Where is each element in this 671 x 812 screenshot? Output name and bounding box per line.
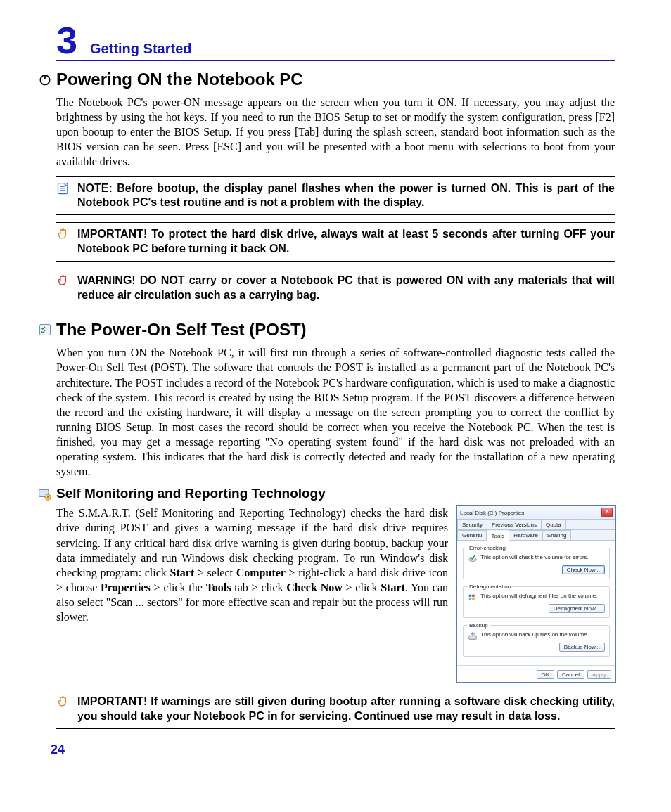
body-powering-on: The Notebook PC's power-ON message appea… <box>56 95 615 169</box>
close-icon[interactable]: ✕ <box>601 508 613 517</box>
tab-sharing[interactable]: Sharing <box>542 530 572 540</box>
hand-stop-icon <box>56 695 70 711</box>
important-callout-1: IMPORTANT! To protect the hard disk driv… <box>56 222 615 262</box>
warning-text: WARNING! DO NOT carry or cover a Noteboo… <box>77 273 615 303</box>
power-icon <box>38 71 52 91</box>
warning-hand-icon <box>56 273 70 290</box>
defragment-now-button[interactable]: Defragment Now... <box>549 604 605 613</box>
gear-monitor-icon <box>38 487 52 505</box>
chapter-header: 3 Getting Started <box>56 21 615 61</box>
svg-rect-14 <box>472 598 475 600</box>
dialog-tabs-row-2: General Tools Hardware Sharing <box>457 530 615 541</box>
important-text-1: IMPORTANT! To protect the hard disk driv… <box>77 227 615 257</box>
important-text-2: IMPORTANT! If warnings are still given d… <box>77 695 615 724</box>
body-smart: The S.M.A.R.T. (Self Monitoring and Repo… <box>56 505 448 624</box>
tab-tools[interactable]: Tools <box>486 531 509 541</box>
checklist-icon <box>38 321 52 341</box>
heading-text: Self Monitoring and Reporting Technology <box>56 486 326 501</box>
note-callout: NOTE: Before bootup, the display panel f… <box>56 176 615 216</box>
tab-previous-versions[interactable]: Previous Versions <box>487 520 542 529</box>
heading-smart: Self Monitoring and Reporting Technology <box>56 486 615 501</box>
disk-properties-dialog: Local Disk (C:) Properties ✕ Security Pr… <box>456 505 616 683</box>
tab-security[interactable]: Security <box>457 520 487 529</box>
disk-check-icon <box>468 554 478 564</box>
tab-quota[interactable]: Quota <box>541 520 566 529</box>
check-now-button[interactable]: Check Now... <box>562 565 605 574</box>
note-icon <box>56 181 70 198</box>
page-number: 24 <box>51 742 65 757</box>
note-text: NOTE: Before bootup, the display panel f… <box>77 181 615 211</box>
backup-icon <box>468 631 478 641</box>
group-defragmentation: Defragmentation This option will defragm… <box>463 584 610 618</box>
heading-text: The Power-On Self Test (POST) <box>56 320 307 339</box>
hand-stop-icon <box>56 227 70 244</box>
heading-post: The Power-On Self Test (POST) <box>56 320 615 340</box>
backup-now-button[interactable]: Backup Now... <box>559 643 605 652</box>
svg-rect-11 <box>469 595 472 598</box>
defrag-icon <box>468 593 478 602</box>
warning-callout: WARNING! DO NOT carry or cover a Noteboo… <box>56 269 615 308</box>
group-error-checking: Error-checking This option will check th… <box>463 545 610 579</box>
svg-point-9 <box>47 496 49 498</box>
body-post: When you turn ON the Notebook PC, it wil… <box>56 345 615 479</box>
svg-rect-13 <box>469 598 472 600</box>
apply-button[interactable]: Apply <box>587 670 611 679</box>
tab-hardware[interactable]: Hardware <box>509 530 543 540</box>
important-callout-2: IMPORTANT! If warnings are still given d… <box>56 690 615 729</box>
dialog-title: Local Disk (C:) Properties <box>460 510 524 516</box>
heading-powering-on: Powering ON the Notebook PC <box>56 70 615 89</box>
group-backup: Backup This option will back up files on… <box>463 622 610 657</box>
cancel-button[interactable]: Cancel <box>557 670 584 679</box>
tab-general[interactable]: General <box>457 530 487 540</box>
svg-rect-12 <box>472 595 475 598</box>
heading-text: Powering ON the Notebook PC <box>56 70 303 89</box>
ok-button[interactable]: OK <box>537 670 555 679</box>
dialog-tabs-row-1: Security Previous Versions Quota <box>457 520 615 530</box>
chapter-number: 3 <box>56 21 77 59</box>
svg-rect-6 <box>40 325 51 335</box>
chapter-title: Getting Started <box>90 41 191 57</box>
